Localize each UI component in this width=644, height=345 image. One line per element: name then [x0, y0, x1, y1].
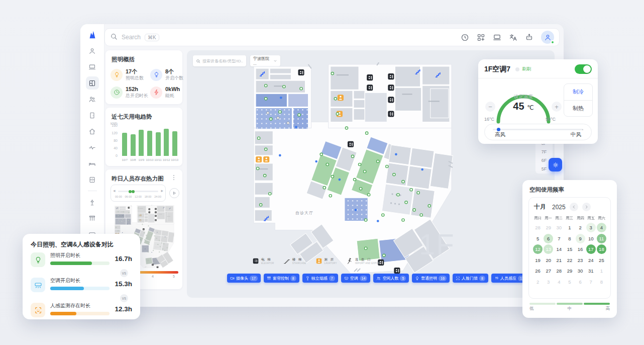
calendar-day[interactable]: 2	[576, 223, 585, 232]
calendar-day[interactable]: 13	[544, 244, 553, 254]
slider-prev-icon[interactable]: ◂	[113, 188, 116, 193]
curtain-icon	[267, 276, 271, 281]
calendar-day[interactable]: 28	[554, 266, 564, 276]
calendar-next-button[interactable]	[582, 203, 591, 211]
slider-track[interactable]	[118, 191, 158, 192]
calendar-day[interactable]: 27	[544, 266, 553, 276]
stat-value: 17个	[126, 68, 144, 75]
sidebar-item-user[interactable]	[86, 44, 99, 57]
sidebar-item-door[interactable]	[86, 109, 99, 122]
calendar-day[interactable]: 5	[565, 277, 574, 287]
calendar-day[interactable]: 14	[554, 244, 564, 254]
fan-speed-right[interactable]: 中风	[571, 131, 581, 138]
device-tag-face[interactable]: 人脸门禁8	[453, 274, 488, 283]
calendar-day[interactable]: 22	[565, 255, 574, 265]
laptop-icon[interactable]	[493, 33, 501, 42]
temp-minus-button[interactable]: −	[485, 102, 495, 112]
calendar-day[interactable]: 18	[597, 244, 606, 254]
compare-title: 今日照明、空调&人感设备对比	[23, 234, 140, 251]
floor-item-5f[interactable]: 5F	[542, 166, 547, 171]
sidebar-item-home[interactable]	[86, 125, 99, 138]
calendar-day[interactable]: 10	[586, 234, 596, 243]
calendar-day[interactable]: 30	[554, 223, 564, 232]
sidebar-item-cabinet[interactable]	[86, 173, 99, 186]
device-tag-smoke[interactable]: 独立烟感7	[302, 274, 338, 283]
calendar-prev-button[interactable]	[570, 203, 578, 211]
calendar-day[interactable]: 5	[533, 234, 543, 243]
mode-heat-button[interactable]: 制热	[564, 101, 592, 117]
floor-item-6f[interactable]: 6F	[542, 158, 547, 163]
calendar-day[interactable]: 19	[533, 255, 543, 265]
calendar-day[interactable]: 1	[597, 266, 606, 276]
calendar-day[interactable]: 28	[533, 223, 543, 232]
heat-scale-tick: 5	[173, 275, 175, 278]
temp-plus-button[interactable]: +	[552, 102, 562, 112]
sidebar-item-people[interactable]	[86, 93, 99, 106]
mode-cool-button[interactable]: 制冷	[564, 84, 592, 101]
calendar-day[interactable]: 12	[533, 244, 543, 254]
chart-ytick: 0	[108, 154, 118, 157]
calendar-day[interactable]: 24	[586, 255, 596, 265]
calendar-day[interactable]: 7	[554, 234, 564, 243]
calendar-day[interactable]: 25	[597, 255, 606, 265]
calendar-day[interactable]: 6	[576, 277, 585, 287]
calendar-day[interactable]: 31	[586, 266, 596, 276]
assistant-icon[interactable]	[525, 33, 533, 42]
calendar-day[interactable]: 11	[597, 234, 606, 243]
slider-handle[interactable]	[129, 190, 132, 193]
calendar-day[interactable]: 15	[565, 244, 574, 254]
device-search-input[interactable]: 搜索设备名称/类型/ID...	[193, 55, 246, 66]
calendar-day[interactable]: 3	[586, 223, 596, 232]
slider-next-icon[interactable]: ▸	[161, 188, 163, 193]
sidebar-item-bed[interactable]	[86, 157, 99, 170]
calendar-day[interactable]: 26	[533, 266, 543, 276]
calendar-day[interactable]: 3	[544, 277, 553, 287]
chart-bar	[139, 130, 144, 156]
play-button[interactable]	[169, 188, 179, 198]
floor-settings-button[interactable]	[549, 158, 562, 171]
device-tag-bulb[interactable]: 普通照明16	[412, 274, 450, 283]
calendar-day[interactable]: 6	[544, 234, 553, 243]
calendar-day[interactable]: 8	[597, 277, 606, 287]
floor-item-7f[interactable]: 7F	[542, 149, 547, 154]
history-icon[interactable]	[461, 33, 469, 42]
device-tag-curtain[interactable]: 窗帘控制8	[264, 274, 299, 283]
calendar-day[interactable]: 23	[576, 255, 585, 265]
fan-speed-left[interactable]: 高风	[495, 131, 505, 138]
device-tag-people[interactable]: 空间人数5	[373, 274, 409, 283]
compare-row: 空调开启时长15.3h	[31, 277, 132, 295]
calendar-day[interactable]: 8	[565, 234, 574, 243]
device-tag-count: 17	[250, 276, 258, 281]
calendar-day[interactable]: 17	[586, 244, 596, 254]
calendar-day[interactable]: 21	[554, 255, 564, 265]
kebab-menu-icon[interactable]	[170, 174, 178, 182]
calendar-day[interactable]: 29	[565, 266, 574, 276]
calendar-day[interactable]: 29	[544, 223, 553, 232]
slider-handle[interactable]	[132, 190, 135, 193]
user-avatar[interactable]	[541, 31, 554, 44]
sidebar-item-floorplan[interactable]	[86, 76, 99, 90]
sidebar-item-pulse[interactable]	[86, 141, 99, 154]
translate-icon[interactable]	[509, 33, 517, 42]
calendar-day[interactable]: 9	[576, 234, 585, 243]
calendar-day[interactable]: 30	[576, 266, 585, 276]
fan-handle[interactable]	[497, 128, 500, 131]
fan-track[interactable]	[493, 129, 583, 130]
calendar-day[interactable]: 2	[533, 277, 543, 287]
chart-bar	[156, 132, 161, 156]
ac-power-toggle[interactable]	[575, 64, 592, 74]
calendar-day[interactable]: 4	[554, 277, 564, 287]
sidebar-item-curtain[interactable]	[86, 212, 99, 225]
sidebar-item-lamp[interactable]	[86, 196, 99, 209]
apps-icon[interactable]	[477, 33, 485, 42]
calendar: 十月 2025 周日周一周二周三周四周五周六 28293012345678910…	[528, 197, 611, 299]
calendar-day[interactable]: 7	[586, 277, 596, 287]
calendar-day[interactable]: 1	[565, 223, 574, 232]
calendar-day[interactable]: 20	[544, 255, 553, 265]
device-tag-ac[interactable]: 空调14	[341, 274, 371, 283]
sidebar-item-monitor[interactable]	[86, 60, 99, 73]
device-tag-camera[interactable]: 摄像头17	[227, 274, 261, 283]
calendar-day[interactable]: 4	[597, 223, 606, 232]
global-search-input[interactable]: Search ⌘K	[110, 33, 461, 42]
calendar-day[interactable]: 16	[576, 244, 585, 254]
